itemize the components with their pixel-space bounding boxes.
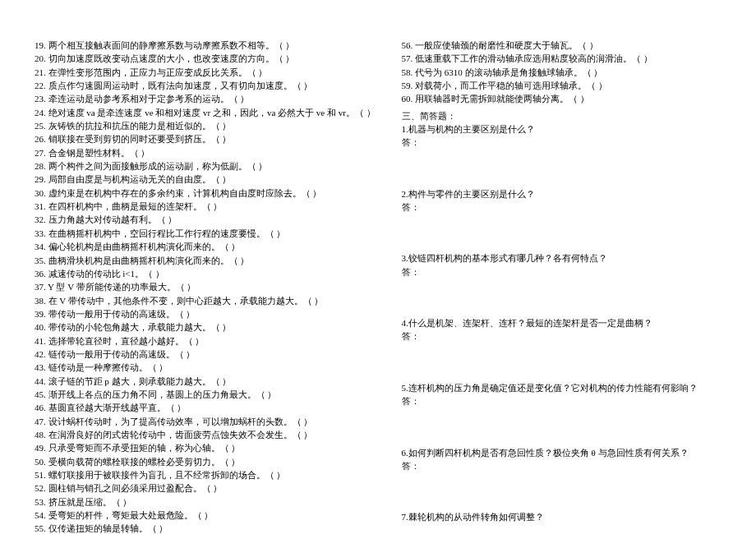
tf-item: 50. 受横向载荷的螺栓联接的螺栓必受剪切力。（ ） — [35, 456, 376, 468]
answer-label: 答： — [402, 460, 721, 472]
tf-item: 58. 代号为 6310 的滚动轴承是角接触球轴承。（ ） — [402, 67, 721, 79]
tf-item: 46. 基圆直径越大渐开线越平直。（ ） — [35, 402, 376, 414]
tf-item: 32. 压力角越大对传动越有利。（ ） — [35, 214, 376, 226]
question-text: 4.什么是机架、连架杆、连杆？最短的连架杆是否一定是曲柄？ — [402, 317, 721, 329]
tf-item: 30. 虚约束是在机构中存在的多余约束，计算机构自由度时应除去。（ ） — [35, 187, 376, 200]
tf-item: 37. Y 型 V 带所能传递的功率最大。（ ） — [35, 281, 376, 293]
tf-item: 40. 带传动的小轮包角越大，承载能力越大。（ ） — [35, 321, 376, 334]
short-answer-item: 6.如何判断四杆机构是否有急回性质？极位夹角 θ 与急回性质有何关系？ 答： — [402, 447, 721, 474]
tf-item: 21. 在弹性变形范围内，正应力与正应变成反比关系。（ ） — [35, 67, 376, 79]
tf-item: 24. 绝对速度 va 是牵连速度 ve 和相对速度 vr 之和，因此，va 必… — [35, 107, 376, 119]
tf-item: 35. 曲柄滑块机构是由曲柄摇杆机构演化而来的。（ ） — [35, 255, 376, 267]
answer-label: 答： — [402, 330, 721, 343]
exam-page: 19. 两个相互接触表面间的静摩擦系数与动摩擦系数不相等。（ ） 20. 切向加… — [0, 0, 756, 534]
tf-item: 19. 两个相互接触表面间的静摩擦系数与动摩擦系数不相等。（ ） — [35, 39, 376, 52]
tf-item: 60. 用联轴器时无需拆卸就能使两轴分离。（ ） — [402, 93, 721, 105]
tf-item: 44. 滚子链的节距 p 越大，则承载能力越大。（ ） — [35, 375, 376, 388]
right-column: 56. 一般应使轴颈的耐磨性和硬度大于轴瓦。（ ） 57. 低速重载下工作的滑动… — [402, 39, 721, 509]
tf-item: 53. 挤压就是压缩。（ ） — [35, 496, 376, 509]
tf-item: 20. 切向加速度既改变动点速度的大小，也改变速度的方向。（ ） — [35, 53, 376, 65]
tf-item: 43. 链传动是一种摩擦传动。（ ） — [35, 361, 376, 374]
tf-item: 45. 渐开线上各点的压力角不同，基圆上的压力角最大。（ ） — [35, 389, 376, 401]
tf-item: 57. 低速重载下工作的滑动轴承应选用粘度较高的润滑油。（ ） — [402, 53, 721, 65]
tf-item: 51. 螺钉联接用于被联接件为盲孔，且不经常拆卸的场合。（ ） — [35, 469, 376, 481]
short-answer-item: 7.棘轮机构的从动件转角如何调整？ — [402, 511, 721, 524]
tf-item: 26. 销联接在受到剪切的同时还要受到挤压。（ ） — [35, 133, 376, 145]
tf-item: 39. 带传动一般用于传动的高速级。（ ） — [35, 308, 376, 320]
short-answer-item: 5.连杆机构的压力角是确定值还是变化值？它对机构的传力性能有何影响？ 答： — [402, 382, 721, 409]
tf-item: 25. 灰铸铁的抗拉和抗压的能力是相近似的。（ ） — [35, 120, 376, 132]
question-text: 7.棘轮机构的从动件转角如何调整？ — [402, 511, 721, 523]
tf-item: 29. 局部自由度是与机构运动无关的自由度。（ ） — [35, 173, 376, 186]
tf-item: 27. 合金钢是塑性材料。（ ） — [35, 147, 376, 159]
tf-item: 33. 在曲柄摇杆机构中，空回行程比工作行程的速度要慢。（ ） — [35, 228, 376, 240]
answer-label: 答： — [402, 395, 721, 407]
tf-item: 42. 链传动一般用于传动的高速级。（ ） — [35, 348, 376, 361]
question-text: 3.铰链四杆机构的基本形式有哪几种？各有何特点？ — [402, 252, 721, 265]
tf-item: 59. 对载荷小，而工作平稳的轴可选用球轴承。（ ） — [402, 80, 721, 92]
tf-item: 36. 减速传动的传动比 i<1。（ ） — [35, 268, 376, 280]
tf-item: 41. 选择带轮直径时，直径越小越好。（ ） — [35, 335, 376, 348]
tf-item: 47. 设计蜗杆传动时，为了提高传动效率，可以增加蜗杆的头数。（ ） — [35, 416, 376, 428]
tf-item: 49. 只承受弯矩而不承受扭矩的轴，称为心轴。（ ） — [35, 442, 376, 454]
question-text: 6.如何判断四杆机构是否有急回性质？极位夹角 θ 与急回性质有何关系？ — [402, 447, 721, 459]
short-answer-item: 4.什么是机架、连架杆、连杆？最短的连架杆是否一定是曲柄？ 答： — [402, 317, 721, 344]
left-column: 19. 两个相互接触表面间的静摩擦系数与动摩擦系数不相等。（ ） 20. 切向加… — [35, 39, 376, 509]
question-text: 5.连杆机构的压力角是确定值还是变化值？它对机构的传力性能有何影响？ — [402, 382, 721, 394]
tf-item: 55. 仅传递扭矩的轴是转轴。（ ） — [35, 522, 376, 534]
tf-item: 34. 偏心轮机构是由曲柄摇杆机构演化而来的。（ ） — [35, 241, 376, 253]
tf-item: 56. 一般应使轴颈的耐磨性和硬度大于轴瓦。（ ） — [402, 39, 721, 52]
question-text: 1.机器与机构的主要区别是什么？ — [402, 123, 721, 136]
section-title: 三、简答题： — [402, 110, 721, 122]
short-answer-item: 1.机器与机构的主要区别是什么？ 答： — [402, 123, 721, 150]
tf-item: 22. 质点作匀速圆周运动时，既有法向加速度，又有切向加速度。（ ） — [35, 80, 376, 92]
question-text: 2.构件与零件的主要区别是什么？ — [402, 188, 721, 200]
short-answer-item: 3.铰链四杆机构的基本形式有哪几种？各有何特点？ 答： — [402, 252, 721, 279]
short-answer-item: 2.构件与零件的主要区别是什么？ 答： — [402, 188, 721, 215]
answer-label: 答： — [402, 266, 721, 279]
tf-item: 38. 在 V 带传动中，其他条件不变，则中心距越大，承载能力越大。（ ） — [35, 295, 376, 307]
tf-item: 28. 两个构件之间为面接触形成的运动副，称为低副。（ ） — [35, 160, 376, 173]
tf-item: 52. 圆柱销与销孔之间必须采用过盈配合。（ ） — [35, 482, 376, 495]
tf-item: 54. 受弯矩的杆件，弯矩最大处最危险。（ ） — [35, 509, 376, 522]
tf-item: 31. 在四杆机构中，曲柄是最短的连架杆。（ ） — [35, 200, 376, 213]
answer-label: 答： — [402, 201, 721, 214]
answer-label: 答： — [402, 136, 721, 149]
tf-item: 23. 牵连运动是动参考系相对于定参考系的运动。（ ） — [35, 93, 376, 105]
tf-item: 48. 在润滑良好的闭式齿轮传动中，齿面疲劳点蚀失效不会发生。（ ） — [35, 429, 376, 441]
